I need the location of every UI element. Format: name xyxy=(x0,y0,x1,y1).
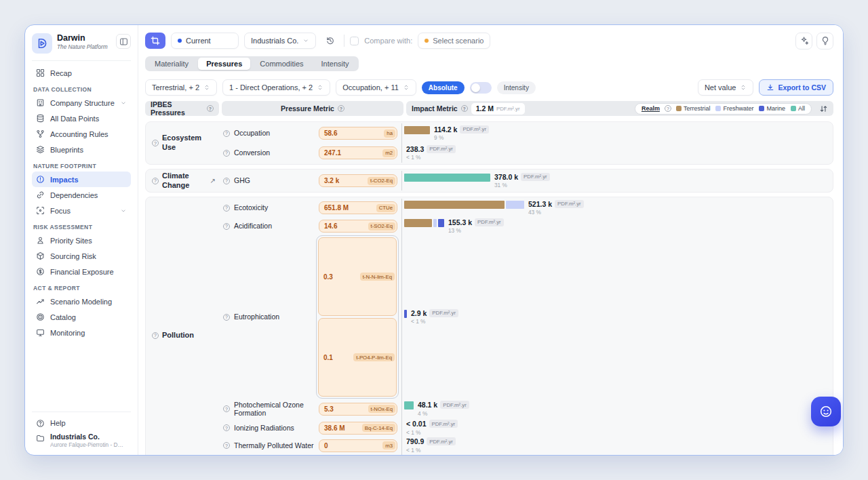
metric-rows: ?Ecotoxicity651.8 MCTUe521.3 kPDF.m².yr4… xyxy=(220,199,833,455)
pressure-group-name: Climate Change xyxy=(162,172,207,191)
absolute-mode-pill[interactable]: Absolute xyxy=(422,81,465,94)
realm-filter-select[interactable]: Terrestrial, + 2 xyxy=(145,79,217,96)
export-csv-button[interactable]: Export to CSV xyxy=(759,79,833,96)
impact-line: < 0.01PDF.m².yr xyxy=(406,420,458,428)
realm-legend-label[interactable]: Realm xyxy=(642,105,660,112)
sidebar-item-scenario-modeling[interactable]: Scenario Modeling xyxy=(32,294,131,309)
info-icon[interactable]: ? xyxy=(223,130,230,137)
sparkles-button[interactable] xyxy=(795,33,812,49)
sidebar-item-priority-sites[interactable]: Priority Sites xyxy=(32,233,131,248)
legend-label: All xyxy=(798,105,805,112)
legend-item-all: All xyxy=(791,105,805,112)
scope-filter-select[interactable]: 1 - Direct Operations, + 2 xyxy=(222,79,330,96)
sidebar-item-sourcing-risk[interactable]: Sourcing Risk xyxy=(32,248,131,264)
info-icon[interactable]: ? xyxy=(223,223,230,230)
metric-value-input[interactable]: 14.6t-SO2-Eq xyxy=(319,220,397,233)
dollar-circle-icon xyxy=(36,267,45,276)
pressure-group-name: Pollution xyxy=(162,331,194,340)
impact-unit-chip: PDF.m².yr xyxy=(440,401,469,409)
info-icon[interactable]: ? xyxy=(207,105,214,112)
tab-materiality[interactable]: Materiality xyxy=(146,58,197,70)
support-chat-button[interactable] xyxy=(811,397,841,426)
sidebar-item-catalog[interactable]: Catalog xyxy=(32,309,131,325)
topbar-actions xyxy=(795,33,833,49)
trend-up-icon xyxy=(36,297,45,306)
metric-value-input[interactable]: 0.3t-N-N-lim-Eq xyxy=(318,237,397,316)
info-icon[interactable]: ? xyxy=(152,140,159,146)
pressure-section-pollution: ?Pollution?Ecotoxicity651.8 MCTUe521.3 k… xyxy=(145,197,833,455)
bar-segment-all xyxy=(404,401,414,409)
compare-checkbox[interactable] xyxy=(350,37,359,45)
info-icon[interactable]: ? xyxy=(223,405,230,412)
metric-value: 0.1 xyxy=(323,354,353,361)
info-icon[interactable]: ? xyxy=(223,424,230,431)
impact-cell: 238.3PDF.m².yr< 1 % xyxy=(401,143,833,163)
sidebar-item-impacts[interactable]: Impacts xyxy=(32,172,131,187)
tab-intensity[interactable]: Intensity xyxy=(313,58,357,70)
metric-row-ionizing-radiations: ?Ionizing Radiations38.6 MBq-C-14-Eq< 0.… xyxy=(220,419,833,437)
tab-pressures[interactable]: Pressures xyxy=(198,58,250,70)
sidebar-item-label: All Data Points xyxy=(50,115,99,123)
metric-unit-chip: t-SO2-Eq xyxy=(368,222,396,231)
sidebar-item-financial-exposure[interactable]: Financial Exposure xyxy=(32,264,131,279)
chevron-down-icon xyxy=(120,100,127,106)
sidebar-item-blueprints[interactable]: Blueprints xyxy=(32,142,131,157)
external-link-icon[interactable]: ↗ xyxy=(210,177,216,184)
metric-value-input[interactable]: 5.3t-NOx-Eq xyxy=(319,403,397,416)
history-button[interactable] xyxy=(321,33,338,49)
company-select[interactable]: Industrials Co. xyxy=(244,33,316,49)
absolute-intensity-toggle[interactable] xyxy=(470,82,492,94)
info-icon[interactable]: ? xyxy=(223,150,230,157)
intensity-mode-pill[interactable]: Intensity xyxy=(497,81,536,94)
selection-mode-button[interactable] xyxy=(145,33,165,49)
info-icon[interactable]: ? xyxy=(152,332,159,339)
metric-filter-select[interactable]: Occupation, + 11 xyxy=(336,79,416,96)
sidebar-item-focus[interactable]: Focus xyxy=(32,203,131,218)
metric-value-input[interactable]: 0.1t-PO4-P-lim-Eq xyxy=(318,318,397,397)
metric-value: 5.3 xyxy=(324,405,368,413)
impact-percent: < 1 % xyxy=(406,429,458,436)
legend-label: Freshwater xyxy=(723,105,753,112)
impact-bar-group: < 0.01PDF.m².yr< 1 % xyxy=(404,420,458,436)
layers-icon xyxy=(36,145,45,154)
metric-value-input[interactable]: 38.6 MBq-C-14-Eq xyxy=(319,422,397,435)
sidebar-item-accounting-rules[interactable]: Accounting Rules xyxy=(32,126,131,142)
impact-unit-chip: PDF.m².yr xyxy=(460,125,489,134)
impact-percent: 4 % xyxy=(418,410,469,417)
sidebar-item-dependencies[interactable]: Dependencies xyxy=(32,187,131,203)
metric-value-input[interactable]: 0m3 xyxy=(319,439,397,452)
info-icon[interactable]: ? xyxy=(223,178,230,184)
metric-value-input[interactable]: 3.2 kt-CO2-Eq xyxy=(319,174,397,187)
current-scenario-select[interactable]: Current xyxy=(171,33,239,49)
net-value-select[interactable]: Net value xyxy=(698,79,753,96)
info-icon[interactable]: ? xyxy=(223,314,230,321)
metric-value-input[interactable]: 651.8 MCTUe xyxy=(319,201,397,214)
metric-value-input[interactable]: 58.6ha xyxy=(319,127,397,140)
tips-bulb-button[interactable] xyxy=(816,33,833,49)
info-icon[interactable]: ? xyxy=(461,105,468,112)
impact-unit-chip: PDF.m².yr xyxy=(475,218,504,226)
scenario-select[interactable]: Select scenario xyxy=(418,33,490,49)
sidebar-item-company-structure[interactable]: Company Structure xyxy=(32,95,131,111)
info-icon[interactable]: ? xyxy=(665,105,671,112)
sidebar-item-monitoring[interactable]: Monitoring xyxy=(32,325,131,340)
metric-value-input[interactable]: 247.1m2 xyxy=(319,146,397,159)
metric-row-ghg: ?GHG3.2 kt-CO2-Eq378.0 kPDF.m².yr31 % xyxy=(220,171,833,191)
tab-commodities[interactable]: Commodities xyxy=(252,58,311,70)
pressure-group: ?Pollution xyxy=(146,199,220,455)
bar-segment-marine xyxy=(404,310,407,318)
sidebar-item-all-data-points[interactable]: All Data Points xyxy=(32,111,131,126)
info-icon[interactable]: ? xyxy=(223,442,230,449)
impact-total-pill: 1.2 M PDF.m².yr xyxy=(471,103,525,115)
sidebar-item-recap[interactable]: Recap xyxy=(32,65,131,81)
org-switcher[interactable]: Industrials Co. Aurore Falque-Pierrotin … xyxy=(32,431,131,449)
impact-bar-group: 378.0 kPDF.m².yr31 % xyxy=(404,173,550,189)
sidebar-collapse-button[interactable] xyxy=(116,34,131,49)
info-icon[interactable]: ? xyxy=(152,178,159,184)
scope-filter-value: 1 - Direct Operations, + 2 xyxy=(229,83,313,92)
info-icon[interactable]: ? xyxy=(338,105,344,112)
sort-arrows-icon[interactable] xyxy=(819,104,828,113)
sidebar-item-help[interactable]: Help xyxy=(32,416,131,431)
legend-item-marine: Marine xyxy=(759,105,785,112)
info-icon[interactable]: ? xyxy=(223,205,230,212)
